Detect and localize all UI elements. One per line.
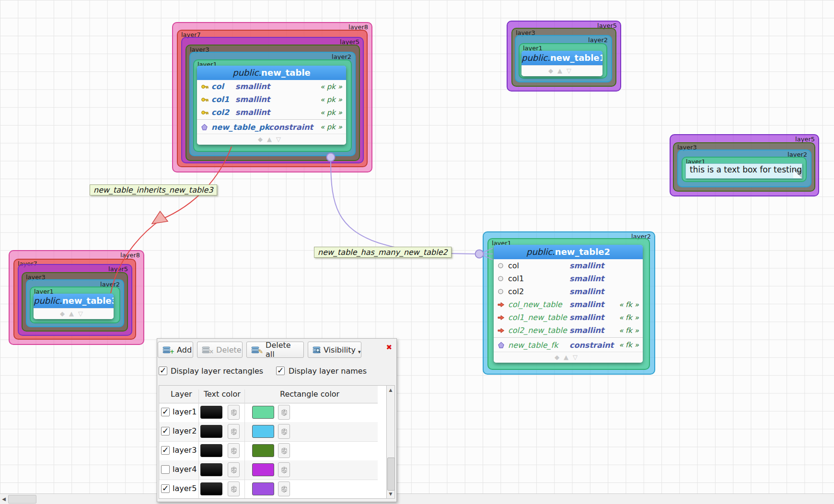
layer-row[interactable]: layer1: [159, 403, 378, 423]
rectangle-color-swatch[interactable]: [252, 463, 274, 476]
scroll-down-icon[interactable]: ▼: [387, 492, 394, 496]
layer8-rectangle[interactable]: layer8 layer7 layer5 layer3 layer2 layer…: [9, 250, 144, 345]
layer5-rectangle[interactable]: layer5 layer3 layer2 layer1 this is a te…: [670, 134, 819, 196]
layer3-rectangle[interactable]: layer3 layer2 layer1 public.new_table3 ◆…: [22, 272, 128, 332]
table-title-bar[interactable]: public.new_table3: [34, 294, 114, 308]
layer5-rectangle[interactable]: layer5 layer3 layer2 layer1 public.new_t…: [507, 21, 621, 92]
layer1-rectangle[interactable]: layer1 public.new_table1 ◆▲▽: [519, 43, 607, 79]
layer-row[interactable]: layer2: [159, 422, 378, 442]
column-row[interactable]: col1 smallint: [494, 272, 643, 285]
attributes-toggle-icon[interactable]: ▲: [564, 354, 573, 361]
layer2-rectangle[interactable]: layer2 layer1 this is a text box for tes…: [677, 149, 811, 187]
add-layer-button[interactable]: + Add: [158, 342, 193, 358]
text-color-swatch[interactable]: [200, 482, 222, 495]
layers-table-scrollbar[interactable]: ▲ ▼: [386, 385, 395, 499]
layer2-rectangle[interactable]: layer2 layer1 public.new_table2 col smal…: [483, 231, 655, 375]
layer7-rectangle[interactable]: layer7 layer5 layer3 layer2 layer1 publi…: [177, 30, 368, 167]
collapse-diamond-icon[interactable]: ◆: [548, 67, 557, 74]
layer-visible-checkbox[interactable]: [161, 446, 170, 455]
collapse-diamond-icon[interactable]: ◆: [258, 136, 267, 143]
layer3-rectangle[interactable]: layer3 layer2 layer1 public.new_table1 ◆…: [511, 28, 616, 87]
layer3-rectangle[interactable]: layer3 layer2 layer1 this is a text box …: [673, 142, 815, 192]
layer1-rectangle[interactable]: layer1 public.new_table2 col smallint co…: [487, 238, 650, 370]
table-new_table[interactable]: public.new_table col smallint « pk » co: [197, 66, 346, 145]
display-layer-names-checkbox[interactable]: [276, 367, 285, 375]
ext-attributes-toggle-icon[interactable]: ▽: [276, 136, 285, 143]
table-new_table3[interactable]: public.new_table3 ◆▲▽: [34, 294, 114, 319]
constraint-row[interactable]: new_table_pk constraint « pk »: [197, 120, 346, 134]
layer-visible-checkbox[interactable]: [161, 427, 170, 435]
table-new_table2[interactable]: public.new_table2 col smallint col1 smal…: [494, 245, 643, 363]
layer-visible-checkbox[interactable]: [161, 408, 170, 416]
random-text-color-button[interactable]: [228, 481, 240, 496]
random-rect-color-button[interactable]: [278, 462, 290, 477]
fk-column-row[interactable]: col_new_table smallint « fk »: [494, 298, 643, 311]
layer3-rectangle[interactable]: layer3 layer2 layer1 public.new_table co…: [185, 45, 360, 161]
collapse-diamond-icon[interactable]: ◆: [60, 310, 69, 317]
column-row[interactable]: col2 smallint « pk »: [197, 106, 346, 119]
scroll-up-icon[interactable]: ▲: [387, 388, 394, 392]
delete-all-layers-button[interactable]: ✎ Delete all: [246, 342, 304, 358]
table-title-bar[interactable]: public.new_table2: [494, 245, 643, 259]
column-row[interactable]: col smallint: [494, 259, 643, 272]
layer-row[interactable]: layer5: [159, 480, 378, 499]
table-new_table1[interactable]: public.new_table1 ◆▲▽: [521, 51, 602, 76]
layer1-rectangle[interactable]: layer1 public.new_table col smallint « p…: [193, 59, 352, 152]
layer2-rectangle[interactable]: layer2 layer1 public.new_table col small…: [189, 52, 356, 156]
random-text-color-button[interactable]: [228, 443, 240, 458]
attributes-toggle-icon[interactable]: ▲: [557, 67, 567, 74]
hscrollbar-thumb[interactable]: [8, 495, 36, 504]
layer8-rectangle[interactable]: layer8 layer7 layer5 layer3 layer2 layer…: [172, 22, 372, 172]
random-text-color-button[interactable]: [228, 405, 240, 420]
layer-row[interactable]: layer4: [159, 460, 378, 480]
layer7-rectangle[interactable]: layer7 layer5 layer3 layer2 layer1 publi…: [13, 259, 136, 340]
canvas-horizontal-scrollbar[interactable]: ◀: [0, 493, 834, 504]
layer-row[interactable]: layer3: [159, 441, 378, 461]
random-rect-color-button[interactable]: [278, 424, 290, 439]
layer2-rectangle[interactable]: layer2 layer1 public.new_table3 ◆▲▽: [26, 279, 124, 327]
random-rect-color-button[interactable]: [278, 481, 290, 496]
constraint-row[interactable]: new_table_fk constraint « fk »: [494, 338, 643, 352]
visibility-button[interactable]: Visibility ▾: [308, 342, 361, 358]
random-rect-color-button[interactable]: [278, 405, 290, 420]
table-title-bar[interactable]: public.new_table: [197, 66, 346, 80]
attributes-toggle-icon[interactable]: ▲: [267, 136, 276, 143]
rectangle-color-swatch[interactable]: [252, 425, 274, 438]
collapse-diamond-icon[interactable]: ◆: [555, 354, 564, 361]
layer2-rectangle[interactable]: layer2 layer1 public.new_table1 ◆▲▽: [515, 35, 612, 82]
layer1-rectangle[interactable]: layer1 this is a text box for testing: [682, 157, 807, 182]
diagram-canvas[interactable]: layer8 layer7 layer5 layer3 layer2 layer…: [0, 0, 834, 504]
layer1-rectangle[interactable]: layer1 public.new_table3 ◆▲▽: [30, 286, 120, 323]
ext-attributes-toggle-icon[interactable]: ▽: [78, 310, 87, 317]
text-color-swatch[interactable]: [200, 463, 222, 476]
ext-attributes-toggle-icon[interactable]: ▽: [567, 67, 576, 74]
column-row[interactable]: col smallint « pk »: [197, 80, 346, 93]
rectangle-color-swatch[interactable]: [252, 444, 274, 457]
text-color-swatch[interactable]: [200, 425, 222, 438]
relationship-label[interactable]: new_table_has_many_new_table2: [314, 247, 452, 258]
rectangle-color-swatch[interactable]: [252, 482, 274, 495]
column-row[interactable]: col2 smallint: [494, 285, 643, 298]
rectangle-color-swatch[interactable]: [252, 406, 274, 419]
layer5-rectangle[interactable]: layer5 layer3 layer2 layer1 public.new_t…: [181, 37, 364, 163]
delete-layer-button[interactable]: × Delete: [197, 342, 243, 358]
column-row[interactable]: col1 smallint « pk »: [197, 93, 346, 106]
layer5-rectangle[interactable]: layer5 layer3 layer2 layer1 public.new_t…: [18, 264, 132, 336]
fk-column-row[interactable]: col1_new_table smallint « fk »: [494, 311, 643, 324]
layer-visible-checkbox[interactable]: [161, 465, 170, 474]
display-layer-rectangles-checkbox[interactable]: [159, 367, 167, 375]
scroll-left-icon[interactable]: ◀: [0, 494, 8, 504]
text-box[interactable]: this is a text box for testing: [685, 163, 802, 179]
ext-attributes-toggle-icon[interactable]: ▽: [573, 354, 582, 361]
fk-column-row[interactable]: col2_new_table smallint « fk »: [494, 324, 643, 337]
layer-visible-checkbox[interactable]: [161, 484, 170, 493]
table-title-bar[interactable]: public.new_table1: [521, 51, 602, 65]
text-color-swatch[interactable]: [200, 406, 222, 419]
random-rect-color-button[interactable]: [278, 443, 290, 458]
relationship-label[interactable]: new_table_inherits_new_table3: [90, 184, 217, 195]
close-panel-icon[interactable]: ✖: [386, 343, 392, 352]
random-text-color-button[interactable]: [228, 462, 240, 477]
text-color-swatch[interactable]: [200, 444, 222, 457]
attributes-toggle-icon[interactable]: ▲: [69, 310, 78, 317]
random-text-color-button[interactable]: [228, 424, 240, 439]
